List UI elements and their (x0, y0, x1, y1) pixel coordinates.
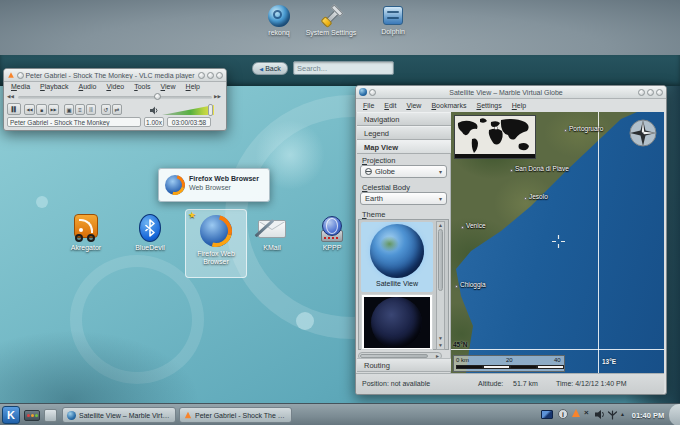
vlc-menu-view[interactable]: View (156, 83, 181, 90)
vlc-time-display[interactable]: 03:00/03:58 (167, 117, 211, 127)
kickoff-launcher-button[interactable]: K (2, 406, 20, 424)
vlc-pin-button[interactable] (17, 72, 24, 79)
theme-list: Satellite View ▲ ▼ ▼ (358, 219, 449, 350)
sidebar-tab-map-view[interactable]: Map View (357, 140, 451, 154)
vlc-menu-media[interactable]: Media (6, 83, 35, 90)
scroll-up-icon[interactable]: ▲ (437, 222, 444, 228)
vlc-minimize-button[interactable] (198, 72, 205, 79)
fullscreen-button[interactable]: ▣ (64, 104, 74, 115)
theme-item-satellite-view[interactable]: Satellite View (361, 222, 433, 292)
launcher-label: rekonq (249, 29, 309, 36)
volume-slider[interactable] (162, 105, 214, 115)
marble-menu-edit[interactable]: Edit (379, 102, 401, 109)
next-button[interactable]: ▶▶ (48, 104, 59, 115)
desktop-icon-label: BlueDevil (124, 244, 176, 251)
marble-menu-bookmarks[interactable]: Bookmarks (426, 102, 471, 109)
vlc-menu-video[interactable]: Video (101, 83, 129, 90)
marble-statusbar: Position: not available Altitude: 51.7 k… (356, 373, 664, 394)
meridian-line (598, 112, 599, 373)
marble-menu-help[interactable]: Help (507, 102, 531, 109)
desktop-icon-bluedevil[interactable]: BlueDevil (124, 214, 176, 251)
seek-back-icon[interactable]: ◀◀ (7, 94, 14, 99)
network-tray-icon[interactable] (607, 409, 618, 420)
show-desktop-button[interactable] (44, 409, 57, 422)
clock[interactable]: 01:40 PM (628, 411, 668, 420)
firefox-fox-icon (194, 209, 238, 253)
marble-pin-button[interactable] (369, 89, 376, 96)
scroll-down-icon[interactable]: ▼ (437, 342, 444, 348)
sidebar-tab-navigation[interactable]: Navigation (357, 112, 451, 126)
theme-item-label: Satellite View (361, 280, 433, 287)
city-label: Chioggia (460, 281, 486, 288)
marble-menu-view[interactable]: View (401, 102, 426, 109)
time-status: Time: 4/12/12 1:40 PM (556, 380, 627, 387)
tray-expand-icon[interactable]: ▲ (620, 411, 625, 417)
pause-button[interactable]: ▌▌ (7, 103, 21, 115)
vlc-seek-handle[interactable] (154, 93, 161, 100)
launcher-item-rekonq[interactable]: rekonq (249, 5, 309, 36)
sidebar-tab-legend[interactable]: Legend (357, 126, 451, 140)
desktop-icon-kmail[interactable]: KMail (246, 214, 298, 251)
vlc-maximize-button[interactable] (207, 72, 214, 79)
wallpaper-bubble (36, 196, 48, 208)
volume-tray-icon[interactable] (595, 409, 606, 420)
volume-slider-handle[interactable] (208, 104, 213, 116)
vlc-seek-slider[interactable] (18, 96, 212, 99)
marble-task-icon (67, 411, 76, 420)
previous-button[interactable]: ◀◀ (24, 104, 35, 115)
overview-world-map[interactable] (454, 115, 536, 159)
task-button-vlc[interactable]: Peter Gabriel - Shock The Monkey - VLC m… (179, 407, 292, 423)
seek-forward-icon[interactable]: ▶▶ (214, 94, 221, 99)
marble-minimize-button[interactable] (638, 89, 645, 96)
marble-menu-settings[interactable]: Settings (471, 102, 506, 109)
loop-button[interactable]: ↺ (101, 104, 111, 115)
altitude-value: 51.7 km (513, 380, 538, 387)
task-label: Satellite View – Marble Virtual Globe (79, 412, 171, 419)
launcher-item-dolphin[interactable]: Dolphin (363, 5, 423, 35)
launcher-label: System Settings (301, 29, 361, 36)
city-dot (461, 226, 464, 229)
playlist-button[interactable]: ≡ (75, 104, 85, 115)
info-tray-icon[interactable]: i (558, 409, 568, 419)
volume-icon[interactable] (150, 106, 159, 115)
celestial-body-label: Celestial Body (362, 183, 410, 192)
celestial-body-dropdown[interactable]: Earth ▾ (360, 192, 447, 205)
vlc-close-button[interactable] (216, 72, 223, 79)
vscroll-thumb[interactable] (438, 229, 443, 291)
marble-titlebar[interactable]: Satellite View – Marble Virtual Globe (356, 86, 666, 99)
launcher-item-system-settings[interactable]: System Settings (301, 5, 361, 36)
marble-close-button[interactable] (656, 89, 663, 96)
marble-menu-file[interactable]: File (358, 102, 379, 109)
display-tray-icon[interactable] (541, 410, 553, 419)
vlc-window-title: Peter Gabriel - Shock The Monkey - VLC m… (24, 72, 196, 79)
projection-dropdown[interactable]: Globe ▾ (360, 165, 447, 178)
desktop-icon-akregator[interactable]: Akregator (60, 214, 112, 251)
stop-button[interactable]: ■ (36, 104, 47, 115)
activity-widget[interactable] (24, 410, 40, 421)
vlc-playback-rate[interactable]: 1.00x (144, 117, 164, 127)
sidebar-tab-routing[interactable]: Routing (357, 358, 451, 372)
vlc-menu-tools[interactable]: Tools (129, 83, 155, 90)
search-input[interactable] (293, 61, 394, 75)
compass-icon[interactable] (629, 119, 657, 147)
panel-cashew[interactable] (669, 404, 680, 425)
vlc-tray-icon[interactable] (572, 409, 580, 417)
vlc-menu-audio[interactable]: Audio (73, 83, 101, 90)
theme-list-vscrollbar[interactable]: ▲ ▼ ▼ (436, 221, 445, 350)
vlc-menu-playback[interactable]: Playback (35, 83, 73, 90)
map-view[interactable]: Portogruaro San Donà di Piave Jesolo Ven… (451, 112, 664, 373)
task-button-marble[interactable]: Satellite View – Marble Virtual Globe (62, 407, 176, 423)
desktop-icon-kppp[interactable]: KPPP (308, 216, 356, 251)
vlc-task-icon (185, 412, 191, 418)
theme-item-night[interactable] (361, 294, 433, 350)
back-button[interactable]: ◀ Back (252, 62, 288, 75)
parallel-line (451, 349, 664, 350)
marble-maximize-button[interactable] (647, 89, 654, 96)
city-label: Portogruaro (569, 125, 603, 132)
scroll-down-icon[interactable]: ▼ (437, 335, 444, 341)
klipper-tray-icon[interactable]: × (584, 408, 589, 418)
extended-settings-button[interactable]: ||| (86, 104, 96, 115)
shuffle-button[interactable]: ⇄ (112, 104, 122, 115)
desktop-icon-firefox-selected[interactable]: ★ Firefox Web Browser (185, 209, 247, 278)
vlc-menu-help[interactable]: Help (181, 83, 205, 90)
